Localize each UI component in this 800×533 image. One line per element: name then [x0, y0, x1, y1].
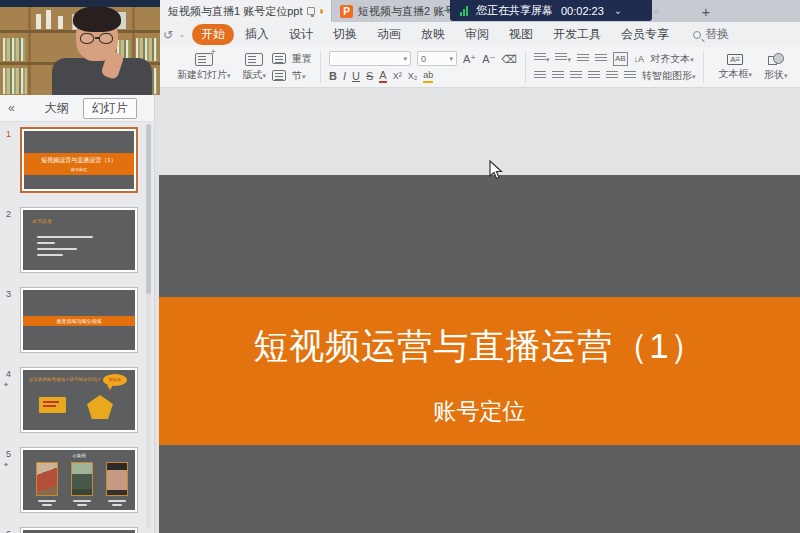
- slide-thumbnail-5[interactable]: 5 ✦ 小案例: [0, 447, 155, 513]
- decrease-indent-button[interactable]: [577, 54, 589, 63]
- text-bar: [43, 405, 56, 407]
- align-left-button[interactable]: [534, 71, 546, 80]
- tab-outline[interactable]: 大纲: [45, 100, 69, 117]
- menu-tab-design[interactable]: 设计: [280, 24, 322, 45]
- monitor-icon: [307, 7, 314, 15]
- text-bar: [37, 242, 55, 244]
- clear-format-icon[interactable]: ⌫: [501, 53, 517, 65]
- unsaved-dot-icon: [320, 9, 323, 14]
- line-spacing-button[interactable]: [624, 71, 636, 80]
- slide-thumbnail-3[interactable]: 3 垂直领域与细分领域: [0, 287, 155, 353]
- thumb-subtitle: 账号定位: [24, 167, 134, 172]
- strikethrough-button[interactable]: S: [366, 70, 373, 82]
- shelf-ornament: [58, 16, 63, 29]
- caption-bar: [77, 504, 87, 506]
- superscript-button[interactable]: X²: [393, 70, 402, 82]
- new-slide-button[interactable]: 新建幻灯片▾: [171, 53, 237, 82]
- glasses-icon: [80, 33, 94, 44]
- thumb-photo: [106, 462, 128, 496]
- slide-subtitle[interactable]: 账号定位: [159, 396, 800, 427]
- font-color-button[interactable]: A: [379, 69, 386, 83]
- increase-indent-button[interactable]: [595, 54, 607, 63]
- new-tab-button[interactable]: +: [694, 0, 718, 22]
- distribute-button[interactable]: [606, 71, 618, 80]
- shapes-icon: [768, 53, 784, 66]
- person-hair: [73, 6, 121, 32]
- align-text-button[interactable]: 对齐文本▾: [650, 52, 694, 66]
- menu-tab-animation[interactable]: 动画: [368, 24, 410, 45]
- text-box-button[interactable]: A≡ 文本框▾: [712, 54, 758, 81]
- text-box-label: 文本框: [718, 68, 748, 79]
- menu-tab-member[interactable]: 会员专享: [612, 24, 678, 45]
- chevron-down-icon[interactable]: ⌄: [614, 5, 622, 16]
- underline-button[interactable]: U: [352, 70, 360, 82]
- speech-bubble-tail: [107, 385, 113, 390]
- redo-dropdown-icon[interactable]: ⌄: [179, 31, 185, 39]
- align-center-button[interactable]: [552, 71, 564, 80]
- slide-thumbnail-panel: 1 短视频运营与直播运营（1） 账号定位 2 本节目录 3 垂: [0, 122, 155, 533]
- justify-button[interactable]: [588, 71, 600, 80]
- slide-thumbnail-4[interactable]: 4 ✦ 你喜欢的账号领域？还不能决定吗？ 帮你选: [0, 367, 155, 433]
- slide-thumbnail-1[interactable]: 1 短视频运营与直播运营（1） 账号定位: [0, 127, 155, 193]
- slide-number: 1: [6, 129, 11, 139]
- menu-tab-review[interactable]: 审阅: [456, 24, 498, 45]
- video-top-bar: [0, 0, 160, 7]
- shapes-button[interactable]: 形状▾: [758, 53, 794, 82]
- slide-number: 3: [6, 289, 11, 299]
- font-size-select[interactable]: 0▾: [417, 51, 457, 66]
- menu-tab-view[interactable]: 视图: [500, 24, 542, 45]
- menu-tab-transitions[interactable]: 切换: [324, 24, 366, 45]
- text-direction-button[interactable]: AB: [613, 52, 628, 66]
- editing-workspace[interactable]: 短视频运营与直播运营（1） 账号定位: [156, 88, 800, 533]
- shapes-label: 形状: [764, 69, 784, 80]
- subscript-button[interactable]: X₂: [408, 70, 418, 82]
- text-bar: [37, 254, 63, 256]
- menu-tab-slideshow[interactable]: 放映: [412, 24, 454, 45]
- slide-title-band[interactable]: 短视频运营与直播运营（1） 账号定位: [159, 297, 800, 445]
- caption-bar: [42, 504, 52, 506]
- bullet-list-button[interactable]: ▾: [534, 53, 550, 64]
- tab-slides[interactable]: 幻灯片: [83, 98, 137, 119]
- caption-bar: [108, 500, 126, 502]
- find-replace-button[interactable]: 替换: [693, 26, 729, 43]
- text-bar: [43, 401, 59, 403]
- undo-icon[interactable]: ↺: [163, 28, 173, 42]
- align-right-button[interactable]: [570, 71, 582, 80]
- person-body: [52, 58, 152, 95]
- caption-bar: [38, 500, 56, 502]
- smart-graphic-button[interactable]: 转智能图形▾: [642, 69, 696, 83]
- bold-button[interactable]: B: [329, 70, 337, 82]
- menu-tab-devtools[interactable]: 开发工具: [544, 24, 610, 45]
- screen-sharing-banner[interactable]: 您正在共享屏幕 00:02:23 ⌄: [450, 0, 652, 21]
- animation-indicator-icon: ✦: [3, 461, 9, 469]
- collapse-panel-button[interactable]: «: [8, 101, 15, 115]
- section-button[interactable]: 节▾: [272, 69, 312, 83]
- highlight-button[interactable]: ab: [423, 69, 433, 83]
- signal-bars-icon: [460, 6, 468, 16]
- animation-indicator-icon: ✦: [3, 381, 9, 389]
- slide-number: 5: [6, 449, 11, 459]
- grow-font-button[interactable]: A⁺: [463, 53, 476, 65]
- text-sort-button[interactable]: ↓A: [634, 53, 645, 65]
- menu-tab-home[interactable]: 开始: [192, 24, 234, 45]
- document-tab-active[interactable]: 短视频与直播1 账号定位ppt: [160, 0, 332, 22]
- layout-button[interactable]: 版式▾: [237, 53, 273, 82]
- slide-title[interactable]: 短视频运营与直播运营（1）: [159, 323, 800, 370]
- font-name-select[interactable]: ▾: [329, 51, 411, 66]
- thumb-photo: [71, 462, 93, 496]
- slide-thumbnail-2[interactable]: 2 本节目录: [0, 207, 155, 273]
- italic-button[interactable]: I: [343, 70, 346, 82]
- glasses-bridge: [95, 37, 100, 39]
- section-icon: [272, 70, 286, 81]
- slide-thumbnail-6[interactable]: 6 行业领域: [0, 527, 155, 533]
- slide-canvas[interactable]: 短视频运营与直播运营（1） 账号定位: [159, 175, 800, 533]
- menu-tab-insert[interactable]: 插入: [236, 24, 278, 45]
- shelf-ornament: [46, 10, 51, 29]
- text-box-icon: A≡: [727, 54, 743, 65]
- shrink-font-button[interactable]: A⁻: [482, 53, 495, 65]
- glasses-icon: [99, 33, 113, 44]
- sharing-status-text: 您正在共享屏幕: [476, 3, 553, 18]
- reset-button[interactable]: 重置: [272, 52, 312, 66]
- numbered-list-button[interactable]: ▾: [555, 53, 571, 64]
- slide-number: 6: [6, 529, 11, 533]
